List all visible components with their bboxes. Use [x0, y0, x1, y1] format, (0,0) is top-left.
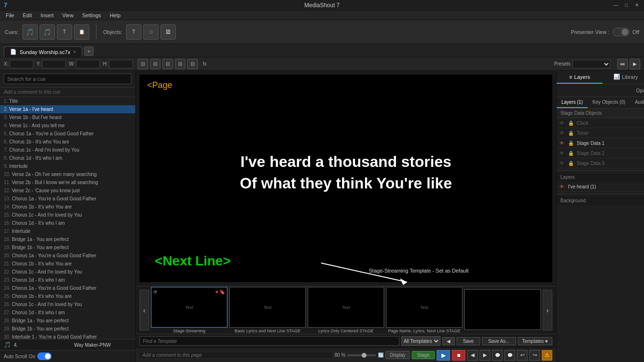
- menu-view[interactable]: View: [58, 11, 77, 19]
- cue-btn-3[interactable]: T: [57, 24, 72, 40]
- next-nav-btn[interactable]: ▶: [480, 350, 490, 361]
- cue-item-17[interactable]: 17. Interlude: [0, 227, 135, 235]
- cue-item-27[interactable]: 27. Chorus 1d - It's who I am: [0, 308, 135, 317]
- template-thumb-4[interactable]: Text: [386, 287, 462, 328]
- close-button[interactable]: ✕: [633, 2, 640, 9]
- align-btn-4[interactable]: ⊡: [175, 59, 185, 69]
- cue-btn-4[interactable]: 📋: [74, 24, 89, 40]
- stage-button[interactable]: Stage: [412, 351, 435, 359]
- object-btn-3[interactable]: 🖼: [161, 24, 176, 40]
- template-thumb-3[interactable]: Text: [308, 287, 384, 328]
- auto-scroll-toggle[interactable]: [37, 352, 52, 360]
- cue-item-22[interactable]: 22. Chorus 1c - And I'm loved by You: [0, 268, 135, 276]
- msg-btn-2[interactable]: 💬: [504, 350, 515, 361]
- cue-comment-area[interactable]: Add a comment to this cue: [0, 88, 135, 97]
- h-input[interactable]: [109, 60, 133, 68]
- back-nav-btn[interactable]: ↩: [517, 350, 527, 361]
- sd2-visibility-icon[interactable]: 👁: [559, 151, 566, 156]
- cue-item-15[interactable]: 15. Chorus 1c - And I'm loved by You: [0, 211, 135, 219]
- cue-item-13[interactable]: 13. Chorus 1a - You're a Good Good Fathe…: [0, 195, 135, 203]
- layer-stage-data-2[interactable]: 👁 🔒 Stage Data 2 fx ✏: [557, 148, 644, 158]
- cue-item-2[interactable]: 2. Verse 1a - I've heard: [0, 105, 135, 113]
- cue-btn-2[interactable]: 🎵: [40, 24, 55, 40]
- template-next-arrow[interactable]: ›: [543, 290, 552, 330]
- templates-button[interactable]: Templates ♥: [518, 337, 552, 345]
- sub-tab-layers[interactable]: Layers (1): [557, 97, 588, 108]
- cue-item-11[interactable]: 11. Verse 2b - But I know we're all sear…: [0, 178, 135, 186]
- menu-edit[interactable]: Edit: [19, 11, 36, 19]
- cue-item-9[interactable]: 9. Interlude: [0, 162, 135, 170]
- cue-item-24[interactable]: 24. Chorus 1a - You're a Good Good Fathe…: [0, 284, 135, 292]
- cue-item-8[interactable]: 8. Chorus 1d - It's who I am: [0, 154, 135, 162]
- align-btn-1[interactable]: ⊡: [138, 59, 148, 69]
- cue-item-23[interactable]: 23. Chorus 1d - It's who I am: [0, 276, 135, 284]
- w-input[interactable]: [76, 60, 100, 68]
- menu-settings[interactable]: Settings: [78, 11, 105, 19]
- warning-button[interactable]: ⚠: [542, 350, 552, 361]
- cue-item-26[interactable]: 26. Chorus 1c - And I'm loved by You: [0, 300, 135, 308]
- timer-visibility-icon[interactable]: 👁: [559, 131, 566, 136]
- stop-button[interactable]: ■: [452, 350, 465, 361]
- tab-close-button[interactable]: ×: [73, 49, 76, 55]
- tab-sunday-worship[interactable]: 📄 Sunday Worship.sc7x ×: [4, 46, 82, 57]
- cue-item-10[interactable]: 10. Verse 2a - Oh I've seen many searchi…: [0, 170, 135, 178]
- find-template-input[interactable]: [140, 336, 399, 346]
- prev-btn[interactable]: ⏮: [617, 59, 628, 69]
- zoom-slider[interactable]: [347, 354, 376, 356]
- search-input[interactable]: [4, 74, 131, 84]
- y-input[interactable]: [42, 60, 66, 68]
- minimize-button[interactable]: —: [612, 2, 619, 9]
- msg-btn-1[interactable]: 💬: [492, 350, 503, 361]
- layer-clock[interactable]: 👁 🔒 Clock ⚙ fx ✏: [557, 118, 644, 128]
- cue-item-5[interactable]: 5. Chorus 1a - You're a Good Good Father: [0, 130, 135, 138]
- x-input[interactable]: [10, 60, 33, 68]
- sub-tab-key-objects[interactable]: Key Objects (0): [588, 97, 630, 108]
- prev-nav-btn[interactable]: ◀: [467, 350, 478, 361]
- cue-item-4[interactable]: 4. Verse 1c - And you tell me: [0, 121, 135, 130]
- template-thumb-1[interactable]: ⟳ ♥ 🔖 Text: [151, 287, 227, 328]
- cue-item-21[interactable]: 21. Chorus 1b - It's who You are: [0, 260, 135, 268]
- page-comment-input[interactable]: [140, 352, 333, 358]
- play-button[interactable]: ▶: [437, 350, 450, 361]
- cue-item-1[interactable]: 1. Title: [0, 97, 135, 105]
- cue-item-16[interactable]: 16. Chorus 1d - It's who I am: [0, 219, 135, 227]
- layer-stage-data-3[interactable]: 👁 🔒 Stage Data 3 fx ✏: [557, 158, 644, 168]
- cue-item-29[interactable]: 29. Bridge 1b - You are perfect: [0, 325, 135, 333]
- menu-help[interactable]: Help: [106, 11, 125, 19]
- play-btn-mini[interactable]: ▶: [630, 59, 640, 69]
- save-as-button[interactable]: Save As...: [482, 337, 516, 345]
- cue-item-14[interactable]: 14. Chorus 1b - It's who You are: [0, 203, 135, 211]
- sd1-visibility-icon[interactable]: 👁: [559, 141, 566, 146]
- align-btn-5[interactable]: ⊡: [187, 59, 198, 69]
- tab-library[interactable]: 📊 Library: [602, 71, 644, 84]
- align-btn-3[interactable]: ⊡: [162, 59, 173, 69]
- ive-heard-visibility-icon[interactable]: 👁: [559, 184, 566, 189]
- cue-item-3[interactable]: 3. Verse 1b - But I've heard: [0, 113, 135, 121]
- cue-item-25[interactable]: 25. Chorus 1b - It's who You are: [0, 292, 135, 300]
- display-button[interactable]: Display: [386, 351, 410, 359]
- fwd-nav-btn[interactable]: ↪: [529, 350, 540, 361]
- cue-item-19[interactable]: 19. Bridge 1b - You are perfect: [0, 243, 135, 252]
- maximize-button[interactable]: □: [623, 2, 630, 9]
- tab-layers[interactable]: ≡ Layers: [557, 71, 602, 84]
- template-filter-select[interactable]: All Templates: [401, 336, 440, 346]
- cue-item-30[interactable]: 30. Interlude 1 - You're a Good Good Fat…: [0, 333, 135, 339]
- layer-ive-heard[interactable]: 👁 I've heard (1) fx ✏: [557, 182, 644, 192]
- save-button[interactable]: Save: [457, 337, 480, 345]
- cue-item-20[interactable]: 20. Chorus 1a - You're a Good Good Fathe…: [0, 252, 135, 260]
- menu-insert[interactable]: Insert: [37, 11, 58, 19]
- template-prev-arrow[interactable]: ‹: [140, 290, 149, 330]
- add-tab-button[interactable]: +: [84, 46, 94, 56]
- cue-item-7[interactable]: 7. Chorus 1c - And I'm loved by You: [0, 146, 135, 154]
- template-thumb-5[interactable]: [464, 289, 541, 330]
- clock-visibility-icon[interactable]: 👁: [559, 121, 566, 126]
- presets-select[interactable]: [572, 60, 611, 68]
- object-btn-2[interactable]: □: [143, 24, 159, 40]
- arrow-left-btn[interactable]: ◀: [442, 337, 455, 345]
- cue-item-6[interactable]: 6. Chorus 1b - It's who You are: [0, 138, 135, 146]
- sd3-visibility-icon[interactable]: 👁: [559, 161, 566, 166]
- layer-timer[interactable]: 👁 🔒 Timer ▶ ⚙ fx ✏: [557, 128, 644, 138]
- layer-stage-data-1[interactable]: 👁 🔒 Stage Data 1 fx ✏: [557, 138, 644, 148]
- presenter-view-toggle[interactable]: [612, 28, 630, 36]
- sub-tab-audio[interactable]: Audio (0): [630, 97, 644, 108]
